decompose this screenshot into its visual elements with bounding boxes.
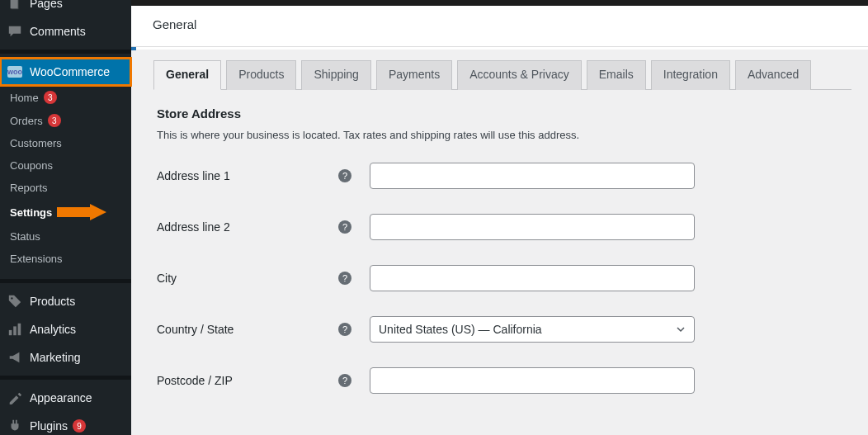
input-city[interactable]	[370, 265, 695, 291]
submenu-label: Reports	[10, 182, 48, 194]
row-address1: Address line 1 ?	[157, 163, 851, 189]
menu-label: Marketing	[30, 351, 80, 364]
label-address2: Address line 2	[157, 220, 338, 234]
orders-badge: 3	[48, 114, 61, 127]
products-icon	[7, 293, 23, 310]
page-title: General	[153, 17, 196, 31]
arrow-indicator-icon	[57, 204, 106, 220]
help-icon[interactable]: ?	[338, 323, 351, 336]
menu-label: Analytics	[30, 323, 76, 336]
menu-comments[interactable]: Comments	[0, 17, 131, 45]
admin-topbar	[131, 0, 868, 6]
menu-separator	[0, 50, 131, 54]
tab-integration[interactable]: Integration	[651, 60, 730, 90]
plugins-icon	[7, 418, 23, 434]
menu-plugins[interactable]: Plugins 9	[0, 412, 131, 435]
help-icon[interactable]: ?	[338, 169, 351, 182]
menu-products[interactable]: Products	[0, 287, 131, 315]
label-city: City	[157, 272, 338, 285]
row-city: City ?	[157, 265, 851, 291]
pages-icon	[7, 0, 23, 12]
menu-separator	[0, 279, 131, 283]
tab-shipping[interactable]: Shipping	[301, 60, 371, 90]
submenu-status[interactable]: Status	[0, 225, 131, 248]
input-address2[interactable]	[370, 214, 695, 240]
plugins-badge: 9	[73, 419, 86, 433]
woocommerce-icon: woo	[7, 64, 23, 80]
menu-label: Pages	[30, 0, 63, 10]
submenu-label: Settings	[10, 206, 52, 219]
label-address1: Address line 1	[157, 169, 338, 182]
menu-pages[interactable]: Pages	[0, 0, 131, 17]
submenu-label: Home	[10, 92, 39, 104]
submenu-coupons[interactable]: Coupons	[0, 154, 131, 177]
menu-separator	[0, 376, 131, 380]
chevron-down-icon	[676, 324, 686, 334]
progress-bar	[131, 47, 868, 50]
home-badge: 3	[44, 91, 57, 104]
row-country: Country / State ? United States (US) — C…	[157, 316, 851, 343]
svg-marker-0	[57, 204, 106, 220]
row-postcode: Postcode / ZIP ?	[157, 367, 851, 394]
help-icon[interactable]: ?	[338, 220, 351, 234]
submenu-label: Extensions	[10, 253, 63, 265]
submenu-extensions[interactable]: Extensions	[0, 248, 131, 270]
submenu-customers[interactable]: Customers	[0, 132, 131, 154]
section-description: This is where your business is located. …	[157, 129, 851, 141]
menu-label: Appearance	[30, 391, 92, 404]
svg-rect-4	[18, 324, 21, 335]
marketing-icon	[7, 349, 23, 366]
tab-advanced[interactable]: Advanced	[735, 60, 811, 90]
section-title: Store Address	[157, 106, 851, 121]
input-address1[interactable]	[370, 163, 695, 189]
label-postcode: Postcode / ZIP	[157, 374, 338, 387]
tab-accounts[interactable]: Accounts & Privacy	[457, 60, 582, 90]
help-icon[interactable]: ?	[338, 272, 351, 285]
menu-label: Plugins	[30, 419, 68, 433]
appearance-icon	[7, 390, 23, 406]
submenu-label: Coupons	[10, 159, 53, 172]
submenu-label: Customers	[10, 137, 62, 149]
analytics-icon	[7, 321, 23, 338]
page-header: General	[131, 6, 868, 47]
settings-tabs: General Products Shipping Payments Accou…	[153, 59, 851, 90]
woocommerce-submenu: Home 3 Orders 3 Customers Coupons Report…	[0, 86, 131, 275]
menu-woocommerce[interactable]: woo WooCommerce	[0, 58, 131, 86]
row-address2: Address line 2 ?	[157, 214, 851, 240]
svg-point-1	[11, 297, 12, 299]
help-icon[interactable]: ?	[338, 374, 351, 387]
submenu-settings[interactable]: Settings	[0, 199, 131, 225]
select-value: United States (US) — California	[379, 323, 542, 336]
menu-label: Products	[30, 295, 75, 308]
submenu-label: Status	[10, 230, 40, 243]
comments-icon	[7, 23, 23, 40]
tab-emails[interactable]: Emails	[587, 60, 646, 90]
submenu-reports[interactable]: Reports	[0, 177, 131, 199]
submenu-label: Orders	[10, 115, 43, 127]
menu-marketing[interactable]: Marketing	[0, 343, 131, 371]
submenu-orders[interactable]: Orders 3	[0, 109, 131, 132]
tab-general[interactable]: General	[153, 60, 221, 90]
menu-label: Comments	[30, 25, 86, 38]
menu-label: WooCommerce	[30, 65, 110, 78]
select-country-state[interactable]: United States (US) — California	[370, 316, 695, 343]
svg-rect-3	[13, 326, 17, 335]
input-postcode[interactable]	[370, 367, 695, 394]
submenu-home[interactable]: Home 3	[0, 86, 131, 109]
tab-products[interactable]: Products	[226, 60, 296, 90]
menu-appearance[interactable]: Appearance	[0, 384, 131, 412]
tab-payments[interactable]: Payments	[376, 60, 452, 90]
admin-sidebar: Pages Comments woo WooCommerce Home 3 Or…	[0, 0, 131, 435]
label-country: Country / State	[157, 323, 338, 336]
svg-rect-2	[9, 330, 12, 335]
menu-analytics[interactable]: Analytics	[0, 315, 131, 343]
content-area: General General Products Shipping Paymen…	[131, 0, 868, 435]
